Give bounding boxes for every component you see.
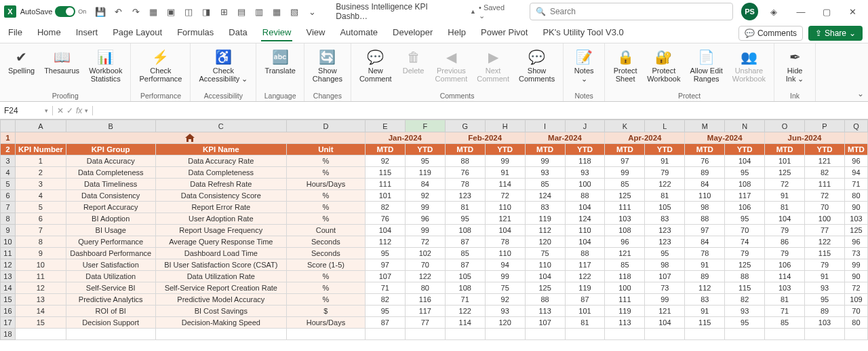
table-cell[interactable]: Count [286, 225, 365, 236]
table-cell[interactable]: 105 [445, 271, 485, 282]
table-cell[interactable]: 88 [445, 155, 485, 167]
table-cell[interactable]: 99 [844, 259, 867, 271]
tab-page-layout[interactable]: Page Layout [111, 24, 163, 41]
ribbon-notes-button[interactable]: 📝Notes⌄ [569, 46, 599, 84]
table-cell[interactable]: 125 [525, 282, 565, 294]
table-cell[interactable]: 92 [405, 190, 445, 202]
table-cell[interactable]: 88 [565, 190, 605, 202]
col-header-E[interactable]: E [365, 120, 405, 132]
ribbon-allow-edit-button[interactable]: 📄Allow EditRanges [687, 46, 725, 84]
table-cell[interactable]: 110 [565, 225, 605, 236]
comments-button[interactable]: 💬 Comments [738, 26, 803, 41]
table-cell[interactable]: Data Consistency Score [155, 190, 286, 202]
table-cell[interactable]: 85 [445, 248, 485, 259]
table-cell[interactable]: 104 [565, 202, 605, 213]
col-header-H[interactable]: H [485, 120, 525, 132]
table-cell[interactable]: 72 [844, 282, 867, 294]
table-cell[interactable]: 119 [525, 213, 565, 225]
table-cell[interactable]: 88 [565, 248, 605, 259]
col-header-G[interactable]: G [445, 120, 485, 132]
table-cell[interactable]: 111 [365, 179, 405, 190]
table-cell[interactable]: 106 [765, 259, 805, 271]
table-cell[interactable]: 79 [765, 248, 805, 259]
table-cell[interactable]: 122 [805, 236, 845, 248]
table-cell[interactable]: 105 [645, 202, 685, 213]
table-cell[interactable]: 91 [645, 155, 685, 167]
table-cell[interactable]: 88 [725, 271, 765, 282]
row-header[interactable]: 3 [1, 155, 16, 167]
table-cell[interactable]: 83 [525, 202, 565, 213]
table-cell[interactable]: 72 [805, 190, 845, 202]
table-cell[interactable]: 12 [15, 282, 66, 294]
table-cell[interactable]: Decision-Making Speed [155, 317, 286, 329]
table-cell[interactable]: 104 [485, 225, 525, 236]
table-cell[interactable]: Dashboard Load Time [155, 248, 286, 259]
table-cell[interactable]: 85 [605, 259, 645, 271]
table-cell[interactable] [844, 329, 867, 340]
table-cell[interactable]: 87 [365, 317, 405, 329]
table-cell[interactable]: 74 [725, 236, 765, 248]
table-cell[interactable]: 78 [485, 236, 525, 248]
table-cell[interactable]: 121 [645, 306, 685, 317]
table-cell[interactable]: 125 [725, 259, 765, 271]
table-cell[interactable]: 107 [645, 271, 685, 282]
table-cell[interactable]: $ [286, 306, 365, 317]
col-header-L[interactable]: L [645, 120, 685, 132]
col-header-O[interactable]: O [765, 120, 805, 132]
name-box[interactable]: F24 ▾ [0, 106, 53, 115]
table-cell[interactable]: 125 [765, 167, 805, 179]
tab-home[interactable]: Home [36, 24, 62, 41]
save-icon[interactable]: 💾 [94, 5, 106, 18]
table-cell[interactable]: 79 [725, 248, 765, 259]
row-header[interactable]: 15 [1, 294, 16, 306]
table-cell[interactable]: 89 [685, 271, 725, 282]
table-cell[interactable] [765, 329, 805, 340]
row-header[interactable]: 9 [1, 225, 16, 236]
col-header-B[interactable]: B [66, 120, 155, 132]
row-header[interactable]: 10 [1, 236, 16, 248]
table-cell[interactable]: 111 [805, 179, 845, 190]
table-cell[interactable]: 1 [15, 155, 66, 167]
table-cell[interactable]: 115 [725, 282, 765, 294]
table-cell[interactable]: 104 [765, 213, 805, 225]
table-cell[interactable]: 101 [365, 190, 405, 202]
table-cell[interactable]: 99 [485, 271, 525, 282]
table-cell[interactable]: 98 [645, 259, 685, 271]
table-cell[interactable]: 95 [365, 248, 405, 259]
table-cell[interactable]: 99 [645, 294, 685, 306]
table-cell[interactable]: Self-Service Report Creation Rate [155, 282, 286, 294]
table-cell[interactable]: 120 [485, 317, 525, 329]
table-cell[interactable]: 89 [685, 167, 725, 179]
table-cell[interactable]: 93 [725, 306, 765, 317]
table-cell[interactable]: 97 [605, 155, 645, 167]
table-cell[interactable]: 110 [525, 259, 565, 271]
table-cell[interactable]: 84 [405, 179, 445, 190]
tab-pk-s-utility-tool-v3-0[interactable]: PK's Utility Tool V3.0 [541, 24, 625, 41]
table-cell[interactable]: 104 [645, 317, 685, 329]
table-cell[interactable] [685, 329, 725, 340]
ribbon-translate-button[interactable]: 🔤Translate [262, 46, 298, 76]
table-cell[interactable]: 114 [485, 179, 525, 190]
table-cell[interactable]: 82 [365, 294, 405, 306]
table-cell[interactable]: Data Accuracy Rate [155, 155, 286, 167]
table-cell[interactable]: 92 [485, 294, 525, 306]
table-cell[interactable]: 71 [844, 179, 867, 190]
table-cell[interactable]: 89 [805, 306, 845, 317]
table-cell[interactable]: 96 [844, 236, 867, 248]
tab-review[interactable]: Review [261, 24, 293, 41]
table-cell[interactable]: Data Completeness [155, 167, 286, 179]
table-cell[interactable]: 99 [485, 155, 525, 167]
table-cell[interactable]: 10 [15, 259, 66, 271]
table-cell[interactable]: Data Consistency [66, 190, 155, 202]
table-cell[interactable]: 107 [365, 271, 405, 282]
table-cell[interactable]: 14 [15, 306, 66, 317]
tab-power-pivot[interactable]: Power Pivot [479, 24, 529, 41]
row-header[interactable]: 2 [1, 144, 16, 155]
table-cell[interactable]: Data Timeliness [66, 179, 155, 190]
table-cell[interactable]: 112 [365, 236, 405, 248]
table-cell[interactable]: 124 [525, 190, 565, 202]
fx-icon[interactable]: fx [76, 106, 82, 115]
undo-icon[interactable]: ↶ [112, 5, 124, 18]
table-cell[interactable]: 80 [405, 282, 445, 294]
table-cell[interactable]: 106 [725, 202, 765, 213]
